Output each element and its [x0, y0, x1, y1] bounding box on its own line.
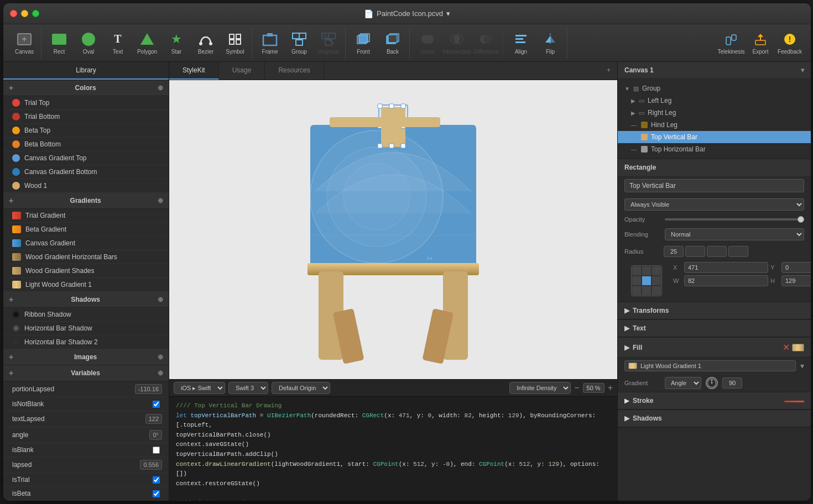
visibility-select[interactable]: Always Visible Hidden	[624, 198, 804, 211]
telekinesis-button[interactable]: Telekinesis	[717, 28, 746, 59]
export-button[interactable]: Export	[746, 28, 775, 59]
list-item[interactable]: Beta Top ⊕	[3, 124, 169, 138]
union-button[interactable]: Union	[413, 28, 442, 59]
pos-tc[interactable]	[642, 266, 652, 276]
resources-tab[interactable]: Resources	[265, 62, 324, 80]
list-item[interactable]: Trial Top ⊕	[3, 96, 169, 110]
close-button[interactable]	[10, 10, 17, 17]
rect-button[interactable]: Rect	[45, 28, 74, 59]
zoom-plus[interactable]: +	[608, 383, 613, 393]
list-item[interactable]: Beta Bottom ⊕	[3, 138, 169, 151]
rectangle-header[interactable]: Rectangle	[618, 159, 811, 176]
layer-name-input[interactable]	[624, 179, 804, 192]
feedback-button[interactable]: ! Feedback	[775, 28, 804, 59]
isnotblank-checkbox[interactable]	[153, 401, 160, 408]
list-item[interactable]: lapsed 0.556	[3, 457, 169, 473]
ungroup-button[interactable]: Ungroup	[314, 28, 343, 59]
list-item[interactable]: Wood 1 ⊕	[3, 179, 169, 193]
list-item[interactable]: Canvas Gradient ⊕	[3, 237, 169, 250]
list-item[interactable]: Trial Bottom ⊕	[3, 110, 169, 124]
fill-header[interactable]: ▶ Fill ✕	[618, 338, 811, 358]
shadows-options[interactable]: ⊕	[158, 296, 163, 303]
oval-button[interactable]: Oval	[74, 28, 103, 59]
radius-input-tr[interactable]	[685, 246, 705, 257]
pos-tl[interactable]	[632, 266, 642, 276]
x-input[interactable]	[684, 262, 768, 273]
list-item[interactable]: isNotBlank	[3, 397, 169, 411]
gradient-dropdown-arrow[interactable]: ▾	[800, 361, 804, 370]
list-item[interactable]: textLapsed 122	[3, 411, 169, 427]
align-button[interactable]: Align	[507, 28, 535, 59]
istrial-checkbox[interactable]	[153, 476, 160, 484]
list-item[interactable]: Horizontal Bar Shadow 2 ⊕	[3, 335, 169, 349]
list-item[interactable]: Ribbon Shadow ⊕	[3, 308, 169, 322]
usage-tab[interactable]: Usage	[219, 62, 265, 80]
pos-br[interactable]	[652, 286, 661, 296]
gradient-type-select[interactable]: Angle Linear Radial	[665, 377, 701, 389]
angle-input[interactable]	[722, 377, 742, 389]
list-item[interactable]: Light Wood Gradient 1 ⊕	[3, 278, 169, 292]
list-item[interactable]: Trial Gradient ⊕	[3, 209, 169, 223]
gradient-dropdown[interactable]: Light Wood Gradient 1	[624, 360, 796, 371]
add-variable-button[interactable]: +	[9, 369, 13, 377]
images-options[interactable]: ⊕	[158, 353, 163, 361]
language-select[interactable]: Swift 3	[228, 382, 268, 394]
add-gradient-button[interactable]: +	[9, 196, 13, 205]
list-item[interactable]: portionLapsed -110.16	[3, 381, 169, 397]
text-header[interactable]: ▶ Text	[618, 320, 811, 337]
gradients-options[interactable]: ⊕	[158, 197, 163, 204]
front-button[interactable]: Front	[349, 28, 378, 59]
layer-left-leg[interactable]: ▶ ▭ Left Leg	[618, 95, 811, 107]
group-button[interactable]: Group	[285, 28, 314, 59]
flip-button[interactable]: Flip	[536, 28, 565, 59]
add-shadow-button[interactable]: +	[9, 295, 13, 304]
h-input[interactable]	[781, 275, 811, 286]
canvas-dropdown[interactable]: ▾	[801, 66, 804, 74]
list-item[interactable]: Wood Gradient Shades ⊕	[3, 264, 169, 278]
pos-bl[interactable]	[632, 286, 642, 296]
dropdown-arrow[interactable]: ▾	[446, 9, 450, 18]
radius-input-bl[interactable]	[728, 246, 748, 257]
pos-tr[interactable]	[652, 266, 661, 276]
list-item[interactable]: Canvas Gradient Bottom ⊕	[3, 165, 169, 179]
maximize-button[interactable]	[32, 10, 39, 17]
origin-select[interactable]: Default Origin	[272, 382, 330, 394]
difference-button[interactable]: Difference	[472, 28, 501, 59]
variables-options[interactable]: ⊕	[158, 369, 163, 377]
frame-button[interactable]: Frame	[256, 28, 284, 59]
colors-options[interactable]: ⊕	[158, 84, 163, 92]
list-item[interactable]: Canvas Gradient Top ⊕	[3, 151, 169, 165]
layer-right-leg[interactable]: ▶ ▭ Right Leg	[618, 107, 811, 119]
polygon-button[interactable]: Polygon	[133, 28, 161, 59]
star-button[interactable]: ★ Star	[162, 28, 191, 59]
code-body[interactable]: //// Top Vertical Bar Drawing let topVer…	[169, 397, 617, 501]
add-color-button[interactable]: +	[9, 83, 13, 92]
intersection-button[interactable]: Intersection	[442, 28, 471, 59]
pos-mr[interactable]	[652, 276, 661, 286]
density-select[interactable]: Infinite Density	[509, 382, 571, 394]
blending-select[interactable]: Normal Multiply Screen	[665, 228, 804, 240]
isblank-checkbox[interactable]	[153, 447, 160, 454]
layer-hind-leg[interactable]: — Hind Leg	[618, 119, 811, 131]
canvas-button[interactable]: + Canvas	[10, 28, 39, 59]
transforms-header[interactable]: ▶ Transforms	[618, 302, 811, 319]
platform-select[interactable]: iOS ▸ Swift	[174, 382, 225, 394]
list-item[interactable]: isTrial	[3, 473, 169, 487]
canvas[interactable]: ♦♦	[169, 80, 617, 379]
list-item[interactable]: isBeta	[3, 487, 169, 501]
pos-ml[interactable]	[632, 276, 642, 286]
list-item[interactable]: isBlank	[3, 443, 169, 457]
w-input[interactable]	[684, 275, 768, 286]
list-item[interactable]: angle 0°	[3, 427, 169, 443]
pos-mc[interactable]	[642, 276, 652, 286]
layer-top-horizontal-bar[interactable]: — Top Horizontal Bar	[618, 143, 811, 155]
list-item[interactable]: Horizontal Bar Shadow ⊕	[3, 322, 169, 335]
opacity-slider[interactable]	[665, 218, 804, 221]
pos-bc[interactable]	[642, 286, 652, 296]
symbol-button[interactable]: Symbol	[221, 28, 249, 59]
add-tab-button[interactable]: +	[600, 62, 617, 80]
bezier-button[interactable]: Bezier	[191, 28, 220, 59]
radius-input[interactable]	[664, 246, 684, 257]
layer-top-vertical-bar[interactable]: — Top Vertical Bar	[618, 131, 811, 143]
back-button[interactable]: Back	[378, 28, 407, 59]
